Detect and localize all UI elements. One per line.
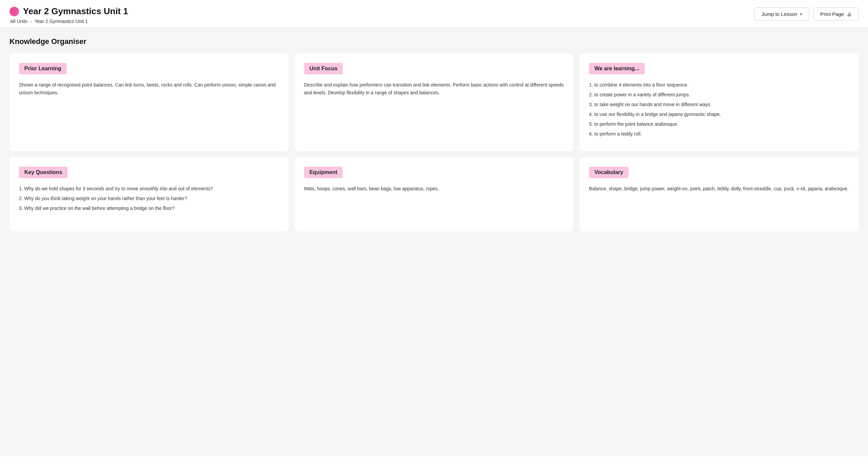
card-equipment: EquipmentMats, hoops, cones, wall bars, … xyxy=(295,157,574,232)
card-list-we-are-learning: to combine 4 elements into a floor seque… xyxy=(589,81,849,138)
title-row: Year 2 Gymnastics Unit 1 xyxy=(9,6,128,17)
list-item: to use our flexibility in a bridge and j… xyxy=(589,111,849,118)
header-actions: Jump to Lesson ▾ Print Page 🖨 xyxy=(754,7,859,21)
header-left: Year 2 Gymnastics Unit 1 All Units › Yea… xyxy=(9,6,128,24)
card-list-key-questions: Why do we hold shapes for 3 seconds and … xyxy=(19,185,279,212)
list-item: Why do you think taking weight on your h… xyxy=(19,195,279,202)
card-label-vocabulary: Vocabulary xyxy=(589,167,629,178)
jump-to-lesson-label: Jump to Lesson xyxy=(761,11,797,17)
printer-icon: 🖨 xyxy=(847,11,851,17)
list-item: to take weight on our hands and move in … xyxy=(589,101,849,108)
main-content: Knowledge Organiser Prior LearningShown … xyxy=(0,28,868,456)
card-we-are-learning: We are learning...to combine 4 elements … xyxy=(579,53,859,151)
breadcrumb-all-units[interactable]: All Units xyxy=(10,19,27,24)
card-label-we-are-learning: We are learning... xyxy=(589,63,644,74)
list-item: to combine 4 elements into a floor seque… xyxy=(589,81,849,89)
card-vocabulary: VocabularyBalance, shape, bridge, jump p… xyxy=(579,157,859,232)
card-text-equipment: Mats, hoops, cones, wall bars, bean bags… xyxy=(304,185,564,193)
card-label-prior-learning: Prior Learning xyxy=(19,63,67,74)
list-item: to create power in a variety of differen… xyxy=(589,91,849,99)
card-label-unit-focus: Unit Focus xyxy=(304,63,343,74)
list-item: Why do we hold shapes for 3 seconds and … xyxy=(19,185,279,193)
list-item: Why did we practice on the wall before a… xyxy=(19,204,279,212)
section-title: Knowledge Organiser xyxy=(9,37,859,46)
card-text-vocabulary: Balance, shape, bridge, jump power, weig… xyxy=(589,185,849,193)
print-page-button[interactable]: Print Page 🖨 xyxy=(813,7,859,21)
breadcrumb: All Units › Year 2 Gymnastics Unit 1 xyxy=(9,19,128,24)
card-label-key-questions: Key Questions xyxy=(19,167,68,178)
pink-dot-icon xyxy=(9,7,19,16)
print-page-label: Print Page xyxy=(820,11,844,17)
page-title: Year 2 Gymnastics Unit 1 xyxy=(23,6,128,17)
card-grid: Prior LearningShown a range of recognise… xyxy=(9,53,859,232)
breadcrumb-separator: › xyxy=(30,19,32,24)
card-prior-learning: Prior LearningShown a range of recognise… xyxy=(9,53,289,151)
card-label-equipment: Equipment xyxy=(304,167,343,178)
chevron-down-icon: ▾ xyxy=(800,12,802,17)
header: Year 2 Gymnastics Unit 1 All Units › Yea… xyxy=(0,0,868,28)
card-unit-focus: Unit FocusDescribe and explain how perfo… xyxy=(295,53,574,151)
jump-to-lesson-button[interactable]: Jump to Lesson ▾ xyxy=(754,7,809,21)
card-text-prior-learning: Shown a range of recognised point balanc… xyxy=(19,81,279,97)
card-text-unit-focus: Describe and explain how performers can … xyxy=(304,81,564,97)
card-key-questions: Key QuestionsWhy do we hold shapes for 3… xyxy=(9,157,289,232)
list-item: to perform the point balance arabesque. xyxy=(589,120,849,128)
breadcrumb-current: Year 2 Gymnastics Unit 1 xyxy=(35,19,88,24)
list-item: to perform a teddy roll. xyxy=(589,130,849,138)
